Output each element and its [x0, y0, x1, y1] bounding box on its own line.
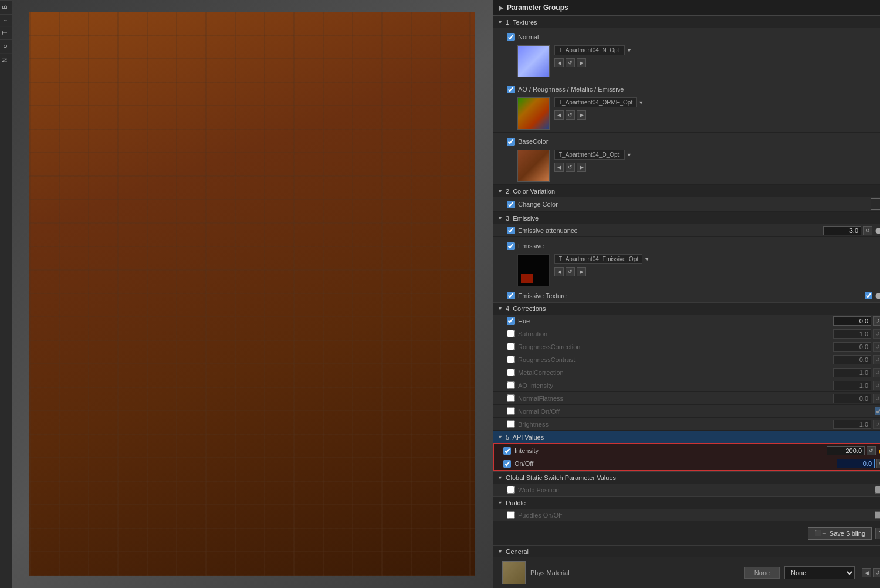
texture-dropdown-orme[interactable]: ▼ [638, 100, 644, 106]
check-normal-onoff[interactable] [875, 407, 880, 415]
input-brightness[interactable] [833, 420, 871, 429]
value-area-puddles [777, 511, 880, 519]
texture-fwd-btn-orme[interactable]: ▶ [577, 110, 586, 120]
pin-intensity[interactable]: ⬤ [878, 447, 880, 455]
check-emissive-texture[interactable] [865, 292, 872, 299]
sidebar-tab-t[interactable]: T [0, 26, 12, 39]
texture-info-basecolor: T_Apartment04_D_Opt ▼ ◀ ↺ ▶ [554, 150, 880, 172]
texture-reset-btn-normal[interactable]: ↺ [566, 58, 575, 67]
checkbox-intensity[interactable] [503, 447, 511, 455]
param-row-hue: Hue ↺ [493, 315, 880, 327]
checkbox-normal-flatness[interactable] [507, 394, 515, 402]
checkbox-roughness-contrast[interactable] [507, 356, 515, 363]
reset-intensity[interactable]: ↺ [867, 446, 876, 455]
section-puddle[interactable]: ▼ Puddle [493, 496, 880, 509]
reset-roughness-contrast[interactable]: ↺ [873, 355, 880, 364]
input-metal-corr[interactable] [833, 368, 871, 377]
reset-emissive-att[interactable]: ↺ [863, 226, 872, 235]
section-textures[interactable]: ▼ 1. Textures [493, 16, 880, 28]
checkbox-roughness-corr[interactable] [507, 343, 515, 350]
input-roughness-corr[interactable] [833, 342, 871, 352]
checkbox-brightness[interactable] [507, 420, 515, 428]
checkbox-basecolor[interactable] [507, 138, 515, 146]
texture-reset-btn-basecolor[interactable]: ↺ [566, 163, 575, 172]
checkbox-emissive-att[interactable] [507, 227, 515, 234]
input-roughness-contrast[interactable] [833, 355, 871, 364]
param-label-saturation: Saturation [507, 330, 777, 337]
sidebar-tab-b[interactable]: B [0, 0, 12, 14]
section-emissive-label: 3. Emissive [506, 215, 539, 222]
checkbox-puddles[interactable] [507, 511, 515, 519]
reset-brightness[interactable]: ↺ [873, 420, 880, 429]
checkbox-emissive-texture[interactable] [507, 292, 515, 299]
input-onoff[interactable] [837, 459, 875, 468]
checkbox-world-pos[interactable] [507, 486, 515, 494]
texture-dropdown-basecolor[interactable]: ▼ [627, 152, 632, 158]
value-area-hue: ↺ [777, 316, 880, 326]
param-label-intensity: Intensity [503, 447, 780, 455]
input-hue[interactable] [833, 316, 871, 326]
section-emissive[interactable]: ▼ 3. Emissive [493, 212, 880, 224]
phys-reset-btn[interactable]: ↺ [873, 568, 880, 577]
extra-btn[interactable]: ☰ [875, 528, 880, 539]
texture-nav-btn-emissive[interactable]: ◀ [554, 267, 564, 276]
reset-roughness-corr[interactable]: ↺ [873, 342, 880, 352]
texture-nav-btn-orme[interactable]: ◀ [554, 110, 564, 120]
checkbox-normal-onoff[interactable] [507, 407, 515, 415]
reset-ao-intensity[interactable]: ↺ [873, 381, 880, 390]
texture-fwd-btn-basecolor[interactable]: ▶ [577, 163, 586, 172]
checkbox-normal[interactable] [507, 33, 515, 41]
texture-nav-btn-normal[interactable]: ◀ [554, 58, 564, 67]
checkbox-hue[interactable] [507, 317, 515, 325]
label-roughness-contrast: RoughnessContrast [518, 356, 575, 363]
texture-reset-btn-emissive[interactable]: ↺ [566, 267, 575, 276]
input-emissive-att[interactable] [823, 226, 861, 235]
texture-reset-btn-orme[interactable]: ↺ [566, 110, 575, 120]
reset-onoff[interactable]: ↺ [876, 459, 880, 468]
save-sibling-button[interactable]: ⬛→ Save Sibling [808, 527, 872, 540]
checkbox-orme[interactable] [507, 86, 515, 93]
input-ao-intensity[interactable] [833, 381, 871, 390]
color-swatch-change-color[interactable] [871, 198, 880, 210]
texture-info-emissive: T_Apartment04_Emissive_Opt ▼ ◀ ↺ ▶ [554, 254, 880, 276]
input-normal-flatness[interactable] [833, 394, 871, 403]
section-color-variation[interactable]: ▼ 2. Color Variation [493, 185, 880, 197]
texture-fwd-btn-emissive[interactable]: ▶ [577, 267, 586, 276]
value-area-intensity: ↺ ⬤ [780, 446, 880, 455]
checkbox-emissive-tex[interactable] [507, 242, 515, 250]
checkbox-change-color[interactable] [507, 201, 515, 208]
input-saturation[interactable] [833, 329, 871, 339]
param-row-emissive-texture: Emissive Texture ⬤ [493, 289, 880, 302]
reset-hue[interactable]: ↺ [873, 316, 880, 326]
phys-nav-btn[interactable]: ◀ [862, 568, 871, 577]
reset-normal-flatness[interactable]: ↺ [873, 394, 880, 403]
reset-metal-corr[interactable]: ↺ [873, 368, 880, 377]
panel-content[interactable]: ▼ 1. Textures Normal T_Apartment04_N_Opt… [493, 16, 880, 521]
section-api-values[interactable]: ▼ 5. API Values [493, 431, 880, 443]
checkbox-onoff[interactable] [503, 460, 511, 468]
texture-preview-emissive [517, 254, 550, 286]
pin-emissive-texture[interactable]: ⬤ [874, 292, 880, 300]
check-world-pos[interactable] [875, 486, 880, 494]
texture-nav-btn-basecolor[interactable]: ◀ [554, 163, 564, 172]
checkbox-metal-corr[interactable] [507, 369, 515, 376]
section-global-switch[interactable]: ▼ Global Static Switch Parameter Values [493, 471, 880, 484]
phys-material-dropdown[interactable]: None [784, 566, 855, 579]
sidebar-tab-r[interactable]: r [0, 14, 12, 26]
sidebar-tab-n[interactable]: N [0, 53, 12, 67]
reset-saturation[interactable]: ↺ [873, 329, 880, 339]
label-change-color: Change Color [518, 201, 558, 208]
texture-controls-orme: ◀ ↺ ▶ [554, 110, 880, 120]
checkbox-saturation[interactable] [507, 330, 515, 337]
texture-fwd-btn-normal[interactable]: ▶ [577, 58, 586, 67]
sidebar-tab-e[interactable]: e [0, 39, 12, 53]
section-general[interactable]: ▼ General [493, 545, 880, 557]
label-hue: Hue [518, 317, 530, 325]
texture-dropdown-normal[interactable]: ▼ [627, 48, 632, 53]
pin-emissive-att[interactable]: ⬤ [874, 227, 880, 235]
section-corrections[interactable]: ▼ 4. Corrections [493, 302, 880, 315]
input-intensity[interactable] [827, 446, 865, 455]
checkbox-ao-intensity[interactable] [507, 381, 515, 389]
texture-dropdown-emissive[interactable]: ▼ [644, 256, 649, 262]
check-puddles[interactable] [875, 511, 880, 519]
